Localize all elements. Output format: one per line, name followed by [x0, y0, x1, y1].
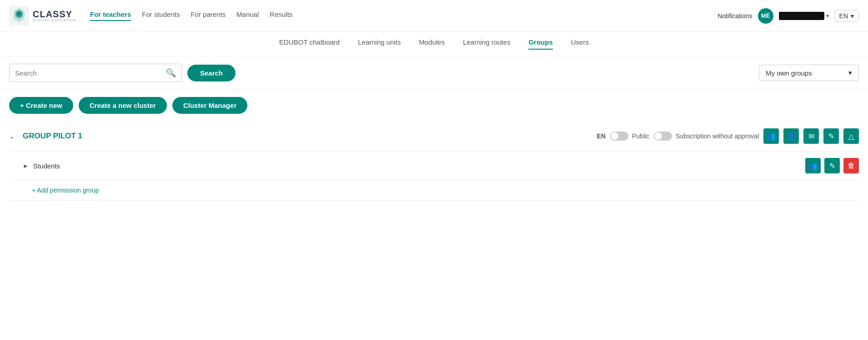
search-input[interactable]: [15, 69, 162, 77]
subgroup-edit-button[interactable]: ✎: [824, 158, 840, 173]
create-cluster-button[interactable]: Create a new cluster: [79, 97, 167, 114]
group-section: ⌄ GROUP PILOT 1 EN Public Subscription w…: [0, 121, 868, 201]
nav-for-parents[interactable]: For parents: [191, 10, 226, 21]
subscription-label: Subscription without approval: [676, 132, 759, 140]
add-permission-link[interactable]: + Add permission group: [32, 187, 99, 194]
lang-label: EN: [839, 12, 848, 20]
nav-results[interactable]: Results: [270, 10, 292, 21]
subgroup-delete-icon: 🗑: [848, 162, 855, 170]
user-name: [779, 12, 824, 20]
group-mail-icon: ✉: [808, 132, 814, 141]
nav-for-teachers[interactable]: For teachers: [90, 10, 131, 21]
search-button[interactable]: Search: [187, 65, 236, 81]
group-members-button[interactable]: 👥: [763, 128, 779, 144]
tab-learning-units[interactable]: Learning units: [358, 38, 401, 50]
group-title[interactable]: GROUP PILOT 1: [23, 132, 82, 141]
subgroup-members-button[interactable]: 👥: [805, 158, 821, 173]
group-expand-chevron-icon[interactable]: ⌄: [9, 132, 18, 140]
public-toggle-wrapper: Public: [610, 132, 649, 141]
my-own-groups-label: My own groups: [766, 69, 812, 77]
my-own-groups-select[interactable]: My own groups ▾: [759, 65, 859, 81]
cluster-manager-button[interactable]: Cluster Manager: [172, 97, 248, 114]
search-section: 🔍 Search My own groups ▾: [0, 56, 868, 90]
search-magnifier-icon: 🔍: [166, 68, 176, 77]
logo-area: CLASSY DIGITAL EDUCATION: [9, 6, 76, 26]
lang-chevron-icon: ▾: [851, 12, 854, 20]
user-chevron-icon: ▾: [826, 13, 829, 19]
group-filter-icon: △: [848, 132, 854, 141]
language-selector[interactable]: EN ▾: [834, 10, 859, 22]
top-right: Notifications MÉ ▾ EN ▾: [717, 8, 859, 24]
tab-modules[interactable]: Modules: [419, 38, 445, 50]
user-name-area[interactable]: ▾: [779, 12, 829, 20]
search-input-wrapper: 🔍: [9, 64, 182, 82]
search-icon-button[interactable]: 🔍: [166, 68, 176, 78]
subgroup-edit-icon: ✎: [829, 162, 835, 170]
action-buttons: + Create new Create a new cluster Cluste…: [0, 90, 868, 121]
logo-name: CLASSY: [33, 10, 76, 19]
subgroup-members-icon: 👥: [808, 162, 818, 170]
secondary-nav: EDUBOT chatboard Learning units Modules …: [0, 32, 868, 56]
subgroup-row-students: ► Students 👥 ✎ 🗑: [9, 152, 859, 180]
create-new-button[interactable]: + Create new: [9, 97, 73, 114]
subgroup-expand-chevron-icon[interactable]: ►: [23, 162, 29, 169]
tab-learning-routes[interactable]: Learning routes: [463, 38, 510, 50]
subscription-toggle-wrapper: Subscription without approval: [654, 132, 759, 141]
tab-users[interactable]: Users: [571, 38, 589, 50]
user-badge: MÉ: [758, 8, 773, 24]
main-nav: For teachers For students For parents Ma…: [90, 10, 717, 21]
subgroup-right: 👥 ✎ 🗑: [805, 158, 859, 173]
group-filter-button[interactable]: △: [843, 128, 859, 144]
group-lang-label: EN: [597, 132, 606, 140]
nav-for-students[interactable]: For students: [142, 10, 180, 21]
notifications-link[interactable]: Notifications: [717, 12, 752, 20]
group-add-member-button[interactable]: 👤: [783, 128, 799, 144]
subscription-toggle[interactable]: [654, 132, 672, 141]
my-own-groups-chevron-icon: ▾: [848, 69, 852, 77]
group-mail-button[interactable]: ✉: [803, 128, 819, 144]
group-edit-icon: ✎: [828, 132, 834, 141]
group-edit-button[interactable]: ✎: [823, 128, 839, 144]
group-add-member-icon: 👤: [787, 132, 796, 141]
group-header: ⌄ GROUP PILOT 1 EN Public Subscription w…: [9, 121, 859, 152]
group-right: EN Public Subscription without approval …: [597, 128, 859, 144]
add-permission-area: + Add permission group: [9, 180, 859, 201]
public-label: Public: [632, 132, 649, 140]
logo-icon: [9, 6, 29, 26]
public-toggle[interactable]: [610, 132, 628, 141]
top-nav: CLASSY DIGITAL EDUCATION For teachers Fo…: [0, 0, 868, 32]
logo-subtitle: DIGITAL EDUCATION: [33, 19, 76, 22]
subgroup-delete-button[interactable]: 🗑: [843, 158, 859, 173]
logo-text: CLASSY DIGITAL EDUCATION: [33, 10, 76, 22]
nav-manual[interactable]: Manual: [236, 10, 259, 21]
group-members-icon: 👥: [767, 132, 776, 141]
subgroup-title: Students: [33, 162, 60, 170]
tab-edubot[interactable]: EDUBOT chatboard: [279, 38, 340, 50]
tab-groups[interactable]: Groups: [528, 38, 552, 50]
